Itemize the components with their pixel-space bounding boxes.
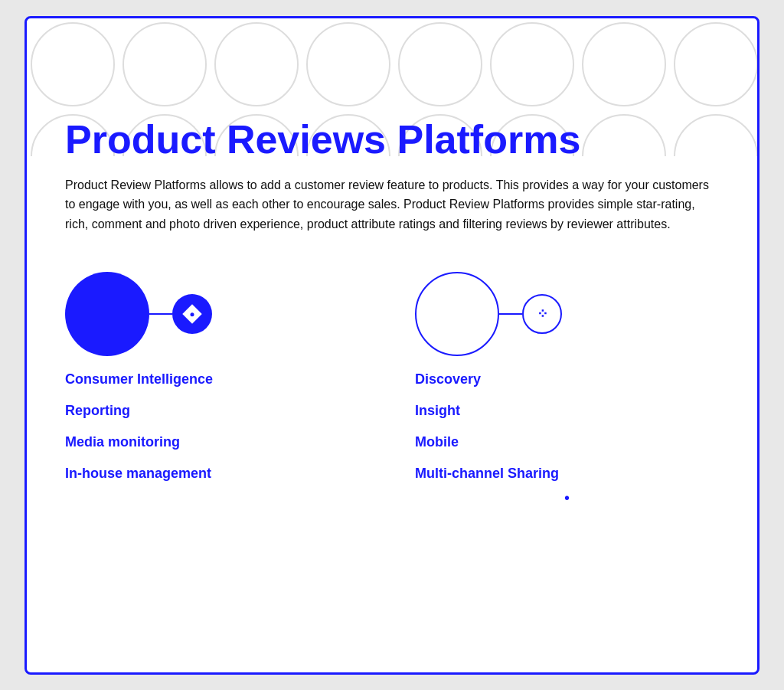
right-feature-column: ⁘ Discovery Insight Mobile Multi-channel… [415,272,719,507]
right-feature-item-1[interactable]: Discovery [415,371,719,388]
left-feature-column: Consumer Intelligence Reporting Media mo… [65,272,369,482]
right-diagram: ⁘ [415,272,719,356]
right-feature-list: Discovery Insight Mobile Multi-channel S… [415,371,719,482]
diamond-icon [182,305,201,324]
features-row: Consumer Intelligence Reporting Media mo… [65,272,719,507]
left-feature-item-2[interactable]: Reporting [65,403,369,419]
left-connector [149,313,172,315]
right-connector [499,313,522,315]
diamond-dot [191,312,194,316]
left-diagram [65,272,369,356]
right-large-circle [415,272,499,356]
left-small-circle [172,294,212,334]
main-card: Product Reviews Platforms Product Review… [24,16,760,675]
right-feature-item-3[interactable]: Mobile [415,434,719,450]
right-feature-item-4[interactable]: Multi-channel Sharing [415,466,719,482]
right-small-circle: ⁘ [522,294,562,334]
left-feature-item-3[interactable]: Media monitoring [65,434,369,450]
left-feature-item-4[interactable]: In-house management [65,466,369,482]
bullet-dot: • [415,489,719,507]
left-large-circle [65,272,149,356]
scatter-icon: ⁘ [537,306,548,322]
page-title: Product Reviews Platforms [65,118,719,162]
card-content: Product Reviews Platforms Product Review… [27,18,757,538]
left-feature-list: Consumer Intelligence Reporting Media mo… [65,371,369,482]
right-feature-item-2[interactable]: Insight [415,403,719,419]
left-feature-item-1[interactable]: Consumer Intelligence [65,371,369,388]
page-description: Product Review Platforms allows to add a… [65,175,719,234]
